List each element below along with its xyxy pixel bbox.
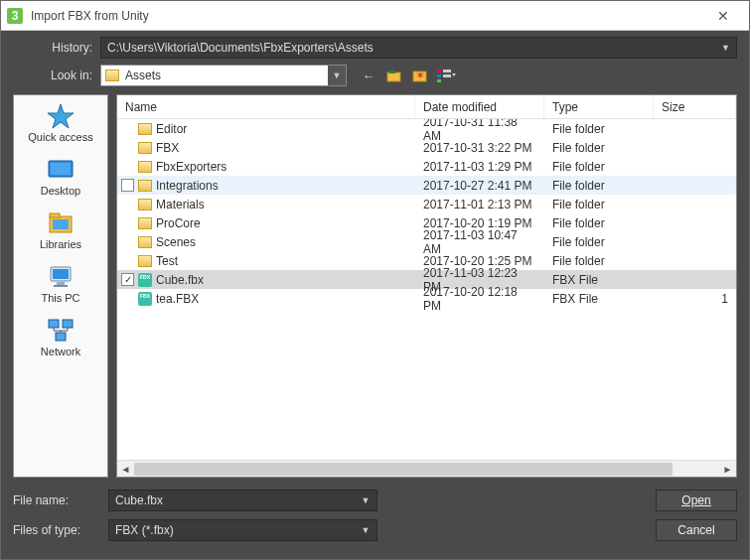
place-label: Quick access xyxy=(28,131,92,143)
scroll-thumb[interactable] xyxy=(134,463,673,476)
file-row[interactable]: tea.FBX2017-10-20 12:18 PMFBX File1 xyxy=(117,289,736,308)
folder-icon xyxy=(138,217,152,229)
svg-rect-3 xyxy=(437,70,441,72)
horizontal-scrollbar[interactable]: ◄ ► xyxy=(117,460,736,477)
cell-type: File folder xyxy=(544,179,654,193)
view-menu-button[interactable] xyxy=(436,66,456,85)
place-desktop[interactable]: Desktop xyxy=(14,157,107,197)
place-network[interactable]: Network xyxy=(14,318,107,357)
cell-size: 1 xyxy=(654,292,736,306)
cell-date: 2017-10-31 11:38 AM xyxy=(415,119,544,143)
svg-rect-10 xyxy=(51,163,71,175)
svg-rect-18 xyxy=(49,320,59,328)
file-list: Name Date modified Type Size Editor2017-… xyxy=(116,94,737,478)
column-size[interactable]: Size xyxy=(654,95,736,118)
cell-name: ProCore xyxy=(117,216,415,230)
import-dialog: 3 Import FBX from Unity ✕ History: C:\Us… xyxy=(0,0,750,560)
cell-name: Editor xyxy=(117,122,415,136)
rows-container: Editor2017-10-31 11:38 AMFile folderFBX2… xyxy=(117,119,736,460)
open-button-label: Open xyxy=(681,493,710,507)
file-name: Integrations xyxy=(156,179,219,193)
folder-icon xyxy=(138,199,152,210)
quick-access-icon xyxy=(46,103,75,129)
app-icon-label: 3 xyxy=(12,9,19,23)
filetype-value: FBX (*.fbx) xyxy=(115,523,174,537)
row-checkbox[interactable]: ✓ xyxy=(121,273,134,286)
cell-name: ✓Cube.fbx xyxy=(117,273,415,287)
folder-icon xyxy=(138,236,152,248)
folder-icon xyxy=(138,161,152,173)
file-row[interactable]: Editor2017-10-31 11:38 AMFile folder xyxy=(117,119,736,138)
file-row[interactable]: Materials2017-11-01 2:13 PMFile folder xyxy=(117,195,736,213)
folder-icon xyxy=(138,180,152,192)
scroll-right-arrow[interactable]: ► xyxy=(719,461,736,478)
places-sidebar: Quick access Desktop Libraries This PC xyxy=(13,94,108,478)
libraries-icon xyxy=(46,210,75,236)
titlebar: 3 Import FBX from Unity ✕ xyxy=(1,1,749,31)
cell-name: Scenes xyxy=(117,235,415,249)
cell-date: 2017-11-03 1:29 PM xyxy=(415,160,544,174)
place-libraries[interactable]: Libraries xyxy=(14,210,107,250)
svg-rect-7 xyxy=(443,74,451,77)
nav-toolbar: ← ✶ xyxy=(359,66,456,85)
filetype-dropdown[interactable]: FBX (*.fbx) ▼ xyxy=(108,519,377,541)
file-row[interactable]: Integrations2017-10-27 2:41 PMFile folde… xyxy=(117,176,736,195)
cell-date: 2017-11-03 10:47 AM xyxy=(415,228,544,256)
folder-icon xyxy=(138,123,152,135)
cell-type: File folder xyxy=(544,141,654,155)
place-quick-access[interactable]: Quick access xyxy=(14,103,107,143)
bottom-panel: File name: Cube.fbx ▼ Open Files of type… xyxy=(1,486,749,559)
cell-name: Integrations xyxy=(117,179,415,193)
svg-rect-17 xyxy=(54,285,68,287)
place-this-pc[interactable]: This PC xyxy=(14,264,107,304)
this-pc-icon xyxy=(46,264,75,290)
file-name: ProCore xyxy=(156,216,201,230)
file-row[interactable]: FBX2017-10-31 3:22 PMFile folder xyxy=(117,138,736,157)
cancel-button[interactable]: Cancel xyxy=(656,519,737,541)
filetype-label: Files of type: xyxy=(13,523,96,537)
svg-rect-16 xyxy=(57,282,65,285)
svg-rect-15 xyxy=(53,269,69,279)
cell-name: Test xyxy=(117,254,415,268)
column-name[interactable]: Name xyxy=(117,95,415,118)
main-area: Quick access Desktop Libraries This PC xyxy=(1,94,749,486)
cell-name: tea.FBX xyxy=(117,292,415,306)
up-folder-button[interactable] xyxy=(384,66,404,85)
file-row[interactable]: Scenes2017-11-03 10:47 AMFile folder xyxy=(117,232,736,251)
file-name: tea.FBX xyxy=(156,292,199,306)
column-type[interactable]: Type xyxy=(544,95,654,118)
column-headers[interactable]: Name Date modified Type Size xyxy=(117,95,736,119)
lookin-dropdown[interactable]: Assets ▼ xyxy=(100,65,347,86)
history-label: History: xyxy=(13,41,92,55)
chevron-down-icon: ▼ xyxy=(328,66,346,85)
cell-type: File folder xyxy=(544,216,654,230)
svg-text:✶: ✶ xyxy=(415,69,425,82)
file-name: FBX xyxy=(156,141,179,155)
scroll-track[interactable] xyxy=(134,461,719,477)
folder-icon xyxy=(138,255,152,267)
open-button[interactable]: Open xyxy=(656,490,737,511)
svg-rect-13 xyxy=(53,219,69,229)
column-date[interactable]: Date modified xyxy=(415,95,544,118)
close-button[interactable]: ✕ xyxy=(703,8,743,24)
new-folder-button[interactable]: ✶ xyxy=(410,66,430,85)
file-name: Test xyxy=(156,254,178,268)
back-button[interactable]: ← xyxy=(359,66,378,85)
cell-name: FbxExporters xyxy=(117,160,415,174)
svg-rect-4 xyxy=(437,74,441,77)
filename-input[interactable]: Cube.fbx ▼ xyxy=(108,490,377,511)
cell-name: FBX xyxy=(117,141,415,155)
file-row[interactable]: FbxExporters2017-11-03 1:29 PMFile folde… xyxy=(117,157,736,176)
scroll-left-arrow[interactable]: ◄ xyxy=(117,461,134,478)
cell-date: 2017-10-31 3:22 PM xyxy=(415,141,544,155)
cell-type: FBX File xyxy=(544,292,654,306)
history-dropdown[interactable]: C:\Users\Viktoria\Documents\FbxExporters… xyxy=(100,37,737,59)
cell-type: File folder xyxy=(544,235,654,249)
svg-marker-8 xyxy=(48,104,74,128)
folder-icon xyxy=(105,70,119,81)
cancel-button-label: Cancel xyxy=(677,523,714,537)
file-name: Scenes xyxy=(156,235,196,249)
row-checkbox[interactable] xyxy=(121,179,134,192)
place-label: Network xyxy=(41,346,80,357)
cell-date: 2017-10-20 12:18 PM xyxy=(415,285,544,313)
